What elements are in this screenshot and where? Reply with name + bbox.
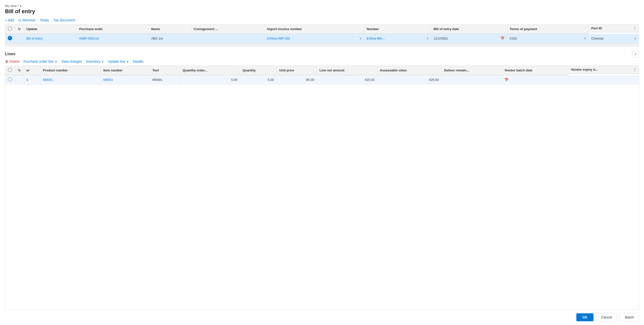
lines-row-refresh-cell	[15, 75, 24, 85]
cell-bill-of-entry-date[interactable]: 11/1/2021 📅	[431, 34, 507, 43]
lines-header: Lines ∧	[5, 51, 639, 58]
cancel-button[interactable]: Cancel	[596, 313, 618, 321]
lines-refresh-icon[interactable]: ↻	[18, 69, 21, 72]
lines-col-line-net-amount: Line net amount	[317, 66, 377, 75]
lines-cell-er: 1	[24, 75, 40, 85]
lines-col-deliver-remain: Deliver remain...	[442, 66, 502, 75]
totals-button[interactable]: Totals	[40, 18, 49, 22]
main-grid-scroll[interactable]: ↻ Update Purchase order Name Consignment…	[5, 24, 639, 43]
lines-grid-scroll[interactable]: ↻ er Product number Item number Text Qua…	[5, 66, 639, 85]
cell-terms-of-payment[interactable]: COD ∨	[507, 34, 588, 43]
lines-cell-vendor-batch-date[interactable]: 📅	[502, 75, 568, 85]
main-grid: ↻ Update Purchase order Name Consignment…	[5, 24, 639, 47]
col-name: Name	[148, 24, 191, 34]
view-label: My view * ▾	[5, 4, 639, 8]
lines-col-er: er	[24, 66, 40, 75]
update-line-chevron-icon: ∨	[126, 60, 129, 64]
delete-button[interactable]: 🗑 Delete	[5, 60, 20, 64]
lines-cell-line-net-amount: 425.00	[317, 75, 377, 85]
select-all-checkbox[interactable]	[8, 26, 12, 31]
lines-cell-quantity: 5.00	[240, 75, 276, 85]
cell-purchase-order[interactable]: INMF-000114	[76, 34, 148, 43]
lines-section: Lines ∧ 🗑 Delete Purchase order line ∨ V…	[5, 51, 639, 309]
lines-col-product-number: Product number	[40, 66, 101, 75]
main-toolbar: + Add ⊟ Remove Totals Tax document	[5, 18, 639, 22]
cell-update[interactable]: Bill of entry	[24, 34, 76, 43]
lines-col-quantity: Quantity	[240, 66, 276, 75]
lines-cell-assessable-value: 425.00	[377, 75, 442, 85]
lines-row-checkbox[interactable]	[8, 77, 12, 82]
refresh-header: ↻	[15, 24, 24, 34]
vendor-batch-calendar-icon[interactable]: 📅	[504, 78, 508, 82]
ok-button[interactable]: OK	[576, 313, 594, 321]
view-chevron-icon[interactable]: ▾	[20, 4, 22, 8]
select-all-header[interactable]	[5, 24, 15, 34]
col-terms-of-payment: Terms of payment	[507, 24, 588, 34]
row-checkbox[interactable]	[8, 36, 12, 40]
col-import-invoice: Import invoice number	[264, 24, 364, 34]
date-calendar-icon[interactable]: 📅	[500, 37, 504, 40]
cell-import-invoice[interactable]: EXflow-IMP-001 ∨	[264, 34, 364, 43]
lines-col-item-number: Item number	[101, 66, 150, 75]
inventory-chevron-icon: ∨	[101, 60, 104, 64]
lines-col-text: Text	[150, 66, 180, 75]
table-row[interactable]: Bill of entry INMF-000114 ABC Inc EXflow…	[5, 34, 639, 43]
lines-select-all-header[interactable]	[5, 66, 15, 75]
terms-dropdown-icon[interactable]: ∨	[584, 37, 586, 40]
number-dropdown-icon[interactable]: ∨	[426, 37, 428, 40]
lines-col-assessable-value: Assessable value	[377, 66, 442, 75]
remove-button[interactable]: ⊟ Remove	[18, 18, 35, 22]
collapse-lines-button[interactable]: ∧	[632, 51, 639, 58]
lines-table-row[interactable]: 1 M0001 M0001 M0001 5.00 5.00 85.00 42	[5, 75, 639, 85]
lines-column-more-icon[interactable]: ⋮	[633, 68, 636, 71]
lines-col-quantity-order: Quantity order...	[180, 66, 240, 75]
inventory-button[interactable]: Inventory ∨	[86, 60, 104, 64]
lines-toolbar: 🗑 Delete Purchase order line ∨ View char…	[5, 60, 639, 64]
refresh-icon[interactable]: ↻	[18, 27, 21, 31]
cell-port-id[interactable]: Chennai ∨	[589, 34, 639, 43]
row-select-cell[interactable]	[5, 34, 15, 43]
batch-button[interactable]: Batch	[620, 313, 639, 321]
lines-cell-product-number[interactable]: M0001	[40, 75, 101, 85]
lines-cell-deliver-remain	[442, 75, 502, 85]
lines-refresh-header: ↻	[15, 66, 24, 75]
lines-row-select-cell[interactable]	[5, 75, 15, 85]
purchase-order-line-button[interactable]: Purchase order line ∨	[24, 60, 57, 64]
lines-col-vendor-expiry: Vendor expiry d... ⋮	[568, 66, 639, 74]
lines-grid: ↻ er Product number Item number Text Qua…	[5, 66, 639, 309]
cell-consignment	[191, 34, 264, 43]
import-invoice-dropdown-icon[interactable]: ∨	[360, 37, 362, 40]
column-more-icon[interactable]: ⋮	[633, 26, 636, 30]
lines-title: Lines	[5, 52, 16, 56]
cell-name: ABC Inc	[148, 34, 191, 43]
col-purchase-order: Purchase order	[76, 24, 148, 34]
lines-col-unit-price: Unit price	[276, 66, 317, 75]
lines-cell-text: M0001	[150, 75, 180, 85]
col-consignment: Consignment ...	[191, 24, 264, 34]
lines-cell-vendor-expiry	[568, 75, 639, 85]
purchase-order-line-chevron-icon: ∨	[55, 60, 57, 64]
col-port-id: Port ID ⋮	[589, 24, 639, 32]
delete-icon: 🗑	[5, 60, 8, 64]
col-update: Update	[24, 24, 76, 34]
update-line-button[interactable]: Update line ∨	[108, 60, 129, 64]
view-label-text[interactable]: My view *	[5, 4, 19, 8]
tax-document-button[interactable]: Tax document	[54, 18, 75, 22]
remove-icon: ⊟	[18, 19, 21, 22]
cell-number[interactable]: Exflow-Bill-... ∨	[364, 34, 431, 43]
main-grid-hscrollbar[interactable]	[5, 43, 639, 46]
col-bill-of-entry-date: Bill of entry date	[431, 24, 507, 34]
lines-select-all-checkbox[interactable]	[8, 68, 12, 72]
row-refresh-cell	[15, 34, 24, 43]
add-button[interactable]: + Add	[5, 18, 14, 22]
footer: OK Cancel Batch	[5, 309, 639, 325]
port-dropdown-icon[interactable]: ∨	[634, 37, 636, 40]
lines-col-vendor-batch-date: Vendor batch date	[502, 66, 568, 75]
page-title: Bill of entry	[5, 8, 639, 15]
lines-cell-quantity-order: 5.00	[180, 75, 240, 85]
col-number: Number	[364, 24, 431, 34]
lines-cell-item-number[interactable]: M0001	[101, 75, 150, 85]
view-charges-button[interactable]: View charges	[61, 60, 82, 64]
lines-cell-unit-price: 85.00	[276, 75, 317, 85]
details-button[interactable]: Details	[133, 60, 144, 64]
